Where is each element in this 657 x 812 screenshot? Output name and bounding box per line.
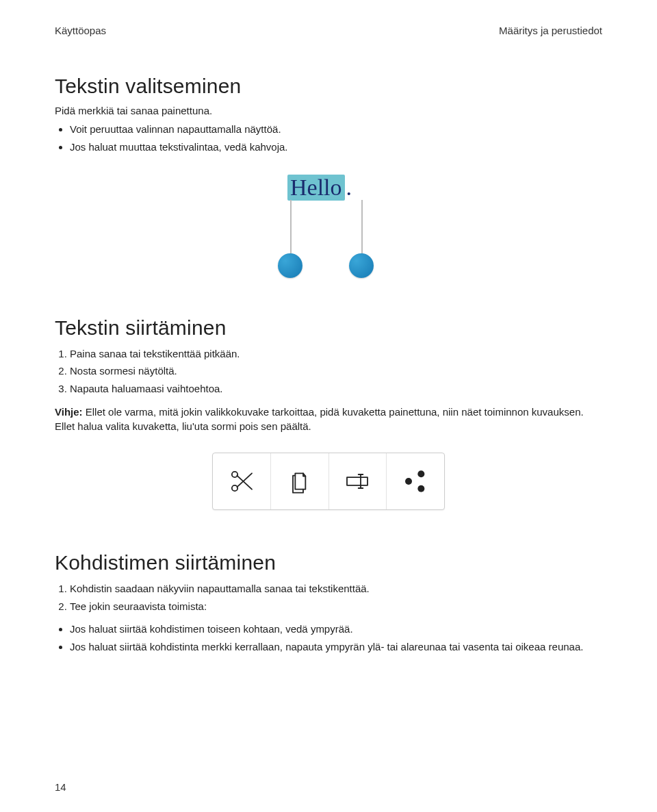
section3-bullet: Jos haluat siirtää kohdistimen toiseen k… bbox=[70, 622, 602, 637]
rename-icon bbox=[344, 468, 371, 495]
tip-text: Ellet ole varma, mitä jokin valikkokuvak… bbox=[55, 406, 584, 432]
edit-toolbar bbox=[212, 453, 445, 510]
selection-stem-left bbox=[290, 200, 292, 255]
section-title-1: Tekstin valitseminen bbox=[55, 75, 602, 98]
section1-lead: Pidä merkkiä tai sanaa painettuna. bbox=[55, 105, 602, 116]
section1-bullet: Jos haluat muuttaa tekstivalintaa, vedä … bbox=[70, 140, 602, 155]
share-button[interactable] bbox=[387, 453, 444, 509]
section1-bullet: Voit peruuttaa valinnan napauttamalla nä… bbox=[70, 122, 602, 137]
section2-step: Nosta sormesi näytöltä. bbox=[70, 364, 602, 379]
selection-stem-right bbox=[361, 200, 363, 255]
header-right: Määritys ja perustiedot bbox=[499, 25, 602, 36]
cut-button[interactable] bbox=[213, 453, 271, 509]
section2-step: Paina sanaa tai tekstikenttää pitkään. bbox=[70, 346, 602, 361]
svg-point-0 bbox=[232, 485, 237, 491]
cut-icon bbox=[228, 468, 255, 495]
selected-text: Hello bbox=[287, 175, 345, 201]
section2-step: Napauta haluamaasi vaihtoehtoa. bbox=[70, 381, 602, 396]
svg-point-1 bbox=[232, 472, 237, 477]
page-number: 14 bbox=[55, 781, 66, 793]
section-title-3: Kohdistimen siirtäminen bbox=[55, 551, 602, 574]
selection-handle-left bbox=[278, 253, 302, 278]
figure-text-selection: Hello . bbox=[260, 174, 397, 283]
selected-text-dot: . bbox=[346, 175, 352, 201]
section2-tip: Vihje: Ellet ole varma, mitä jokin valik… bbox=[55, 405, 602, 433]
section3-step: Tee jokin seuraavista toimista: bbox=[70, 599, 602, 614]
svg-point-3 bbox=[405, 478, 412, 485]
selection-handle-right bbox=[349, 253, 374, 278]
section-title-2: Tekstin siirtäminen bbox=[55, 316, 602, 340]
svg-rect-2 bbox=[347, 477, 368, 485]
section3-bullet: Jos haluat siirtää kohdistinta merkki ke… bbox=[70, 639, 602, 655]
svg-point-5 bbox=[417, 485, 424, 492]
svg-point-4 bbox=[417, 470, 424, 477]
rename-button[interactable] bbox=[329, 453, 387, 509]
header-left: Käyttöopas bbox=[55, 25, 106, 36]
tip-label: Vihje: bbox=[55, 406, 83, 418]
copy-button[interactable] bbox=[271, 453, 329, 509]
share-icon bbox=[402, 468, 429, 495]
section3-step: Kohdistin saadaan näkyviin napauttamalla… bbox=[70, 581, 602, 596]
copy-icon bbox=[286, 468, 313, 495]
